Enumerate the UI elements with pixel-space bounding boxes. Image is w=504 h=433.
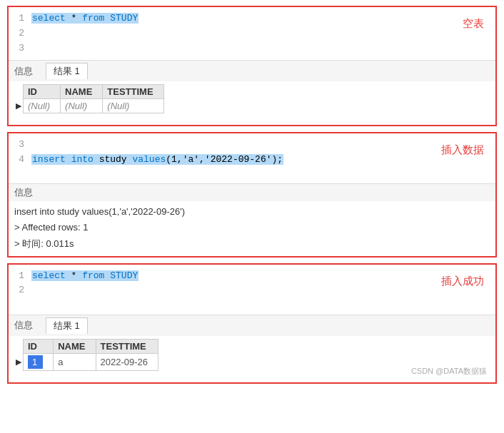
code-line-1-2: 2 [9, 26, 490, 41]
result-tab-3[interactable]: 结果 1 [46, 317, 88, 334]
cell-null-id: (Null) [24, 99, 61, 113]
line-num: 3 [9, 41, 31, 56]
info-tab-1[interactable]: 信息 [14, 65, 33, 78]
info-bar-3: 信息 结果 1 [9, 315, 495, 336]
col-arrow-header [14, 339, 24, 353]
info-output-2: insert into study values(1,'a','2022-09-… [9, 201, 495, 255]
panel-2: 3 4 insert into study values(1,'a','2022… [7, 132, 497, 257]
panel-3-label: 插入成功 [441, 275, 484, 288]
col-header-id [14, 85, 24, 99]
result-tab-1[interactable]: 结果 1 [46, 63, 88, 79]
table-row: ▶ 1 a 2022-09-26 [14, 353, 158, 370]
code-line-1-1: 1 select * from STUDY [9, 11, 490, 26]
code-line-1-3: 3 [9, 41, 490, 56]
col-header-name: NAME [54, 339, 96, 353]
code-line-3-2: 2 [9, 283, 490, 298]
result-table-3: ID NAME TESTTIME ▶ 1 a 2022-09-26 [14, 339, 158, 371]
code-line-3-1: 1 select * from STUDY [9, 269, 490, 284]
line-num: 1 [9, 269, 31, 284]
code-line-2-2: 4 insert into study values(1,'a','2022-0… [9, 153, 490, 168]
panel-3: 1 select * from STUDY 2 插入成功 信息 结果 1 ID … [7, 263, 497, 384]
line-num: 4 [9, 153, 31, 168]
row-arrow: ▶ [14, 353, 24, 370]
cell-id: 1 [24, 353, 54, 370]
highlighted-code: select * from STUDY [31, 13, 138, 24]
highlighted-code: insert into study values(1,'a','2022-09-… [31, 154, 283, 165]
cell-null-name: (Null) [61, 99, 103, 113]
line-num: 2 [9, 26, 31, 41]
info-bar-1: 信息 结果 1 [9, 60, 495, 81]
highlighted-code: select * from STUDY [31, 270, 138, 281]
panel-1: 1 select * from STUDY 2 3 空表 信息 结果 1 ID … [7, 6, 497, 126]
output-line-1: insert into study values(1,'a','2022-09-… [14, 204, 490, 220]
col-header-testtime: TESTTIME [96, 339, 158, 353]
panel-2-label: 插入数据 [441, 143, 484, 157]
code-text: select * from STUDY [31, 269, 138, 284]
line-num: 3 [9, 138, 31, 153]
cell-name: a [54, 353, 96, 370]
cell-null-testtime: (Null) [103, 99, 163, 113]
col-header-id: ID [24, 339, 54, 353]
result-table-1: ID NAME TESTTIME ▶ (Null) (Null) (Null) [14, 84, 164, 113]
info-bar-2: 信息 [9, 183, 495, 201]
output-line-3: > 时间: 0.011s [14, 236, 490, 252]
col-header-name: NAME [61, 85, 103, 99]
code-area-2: 3 4 insert into study values(1,'a','2022… [9, 133, 495, 183]
info-tab-3[interactable]: 信息 [14, 319, 33, 332]
cell-testtime: 2022-09-26 [96, 353, 158, 370]
watermark: CSDN @DATA数据猿 [411, 366, 487, 377]
code-text: select * from STUDY [31, 11, 138, 26]
table-row: ▶ (Null) (Null) (Null) [14, 99, 163, 113]
code-text: insert into study values(1,'a','2022-09-… [31, 153, 283, 168]
code-area-1: 1 select * from STUDY 2 3 [9, 7, 495, 60]
output-line-2: > Affected rows: 1 [14, 220, 490, 235]
col-header-testtime: TESTTIME [103, 85, 163, 99]
panel-1-label: 空表 [463, 17, 484, 31]
info-tab-2[interactable]: 信息 [14, 186, 33, 199]
code-line-2-1: 3 [9, 138, 490, 153]
col-header-id: ID [24, 85, 61, 99]
code-area-3: 1 select * from STUDY 2 [9, 265, 495, 315]
line-num: 1 [9, 11, 31, 26]
line-num: 2 [9, 283, 31, 298]
